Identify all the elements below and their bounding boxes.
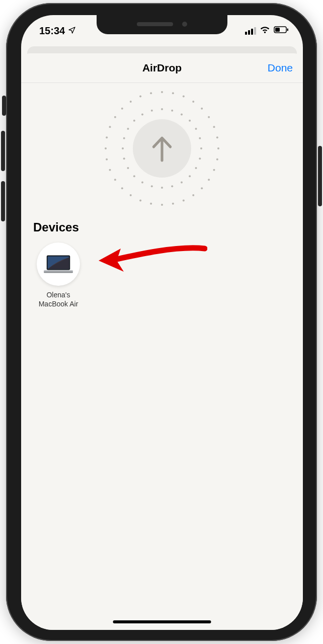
device-avatar xyxy=(37,243,80,286)
svg-point-50 xyxy=(106,158,108,160)
svg-point-17 xyxy=(141,182,143,184)
svg-point-47 xyxy=(121,187,123,189)
svg-point-25 xyxy=(141,113,143,115)
airdrop-up-arrow xyxy=(133,119,191,178)
svg-point-18 xyxy=(133,175,135,177)
svg-point-36 xyxy=(216,158,218,160)
svg-point-45 xyxy=(139,199,141,201)
svg-point-7 xyxy=(195,128,197,130)
device-olenas-macbook-air[interactable]: Olena's MacBook Air xyxy=(33,243,84,308)
svg-point-14 xyxy=(171,185,173,187)
svg-point-4 xyxy=(171,110,173,112)
svg-point-29 xyxy=(183,96,185,98)
svg-point-13 xyxy=(181,182,183,184)
svg-rect-62 xyxy=(44,272,73,273)
svg-point-23 xyxy=(127,128,129,130)
devices-heading: Devices xyxy=(33,220,291,234)
svg-point-30 xyxy=(192,101,194,103)
svg-point-51 xyxy=(105,147,107,149)
svg-point-12 xyxy=(189,175,191,177)
svg-point-53 xyxy=(109,126,111,128)
svg-point-11 xyxy=(195,167,197,169)
phone-frame: 15:34 AirDrop xyxy=(6,3,317,641)
svg-point-3 xyxy=(161,108,163,110)
svg-point-33 xyxy=(213,126,215,128)
svg-point-19 xyxy=(127,167,129,169)
svg-rect-2 xyxy=(287,29,289,31)
svg-point-6 xyxy=(189,120,191,122)
svg-point-39 xyxy=(201,187,203,189)
svg-point-32 xyxy=(208,116,210,118)
phone-side-button xyxy=(318,146,322,206)
wifi-icon xyxy=(260,26,270,36)
svg-point-48 xyxy=(114,179,116,181)
battery-icon xyxy=(274,26,289,35)
svg-point-27 xyxy=(161,91,163,93)
svg-point-44 xyxy=(150,203,152,205)
svg-point-16 xyxy=(151,185,153,187)
svg-point-43 xyxy=(161,204,163,206)
svg-rect-1 xyxy=(275,28,280,32)
phone-volume-up xyxy=(1,131,5,171)
svg-point-9 xyxy=(200,147,202,149)
svg-point-35 xyxy=(217,147,219,149)
svg-point-5 xyxy=(181,113,183,115)
svg-point-56 xyxy=(130,101,132,103)
airdrop-radar xyxy=(21,83,303,218)
device-name-label: Olena's MacBook Air xyxy=(34,291,83,308)
done-button[interactable]: Done xyxy=(268,53,293,83)
screen: 15:34 AirDrop xyxy=(21,15,303,630)
airdrop-sheet: AirDrop Done Devices xyxy=(21,53,303,630)
cellular-signal-icon xyxy=(245,27,256,35)
svg-point-38 xyxy=(208,179,210,181)
svg-point-21 xyxy=(122,147,124,149)
notch xyxy=(97,15,227,34)
svg-point-20 xyxy=(123,157,125,159)
svg-point-42 xyxy=(172,203,174,205)
svg-point-22 xyxy=(123,137,125,139)
svg-point-52 xyxy=(106,136,108,138)
svg-point-46 xyxy=(130,194,132,196)
svg-point-8 xyxy=(199,137,201,139)
svg-point-57 xyxy=(139,96,141,98)
svg-point-55 xyxy=(121,108,123,110)
svg-point-31 xyxy=(201,108,203,110)
sheet-header: AirDrop Done xyxy=(21,53,303,83)
status-time: 15:34 xyxy=(39,25,65,37)
location-arrow-icon xyxy=(68,25,76,37)
macbook-air-icon xyxy=(43,254,74,274)
home-indicator[interactable] xyxy=(113,620,211,623)
svg-point-58 xyxy=(150,92,152,94)
phone-volume-down xyxy=(1,181,5,221)
svg-point-40 xyxy=(192,194,194,196)
svg-point-41 xyxy=(183,199,185,201)
svg-point-15 xyxy=(161,187,163,189)
svg-point-34 xyxy=(216,136,218,138)
svg-point-10 xyxy=(199,157,201,159)
svg-point-28 xyxy=(172,92,174,94)
svg-point-37 xyxy=(213,169,215,171)
sheet-title: AirDrop xyxy=(142,62,182,74)
phone-mute-switch xyxy=(2,96,6,116)
svg-point-54 xyxy=(114,116,116,118)
svg-point-49 xyxy=(109,169,111,171)
svg-point-26 xyxy=(151,110,153,112)
svg-point-24 xyxy=(133,120,135,122)
